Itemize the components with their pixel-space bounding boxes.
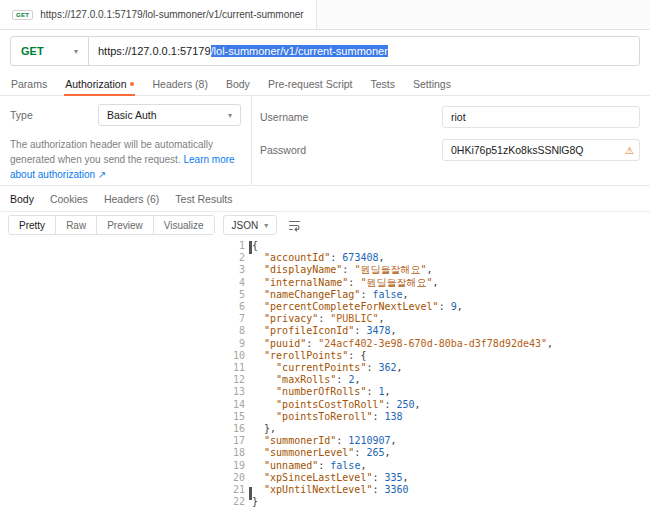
auth-credentials-column: Username Password ⚠ xyxy=(252,96,650,185)
line-number: 9 xyxy=(0,338,252,350)
code-line: 3 "displayName": "원딜을잘해요", xyxy=(0,264,650,276)
code-line: 7 "privacy": "PUBLIC", xyxy=(0,313,650,325)
username-input[interactable] xyxy=(442,106,640,128)
tab-authorization[interactable]: Authorization xyxy=(56,72,143,95)
auth-configured-dot-icon xyxy=(130,82,134,86)
line-number: 3 xyxy=(0,264,252,276)
code-line: 17 "summonerId": 1210907, xyxy=(0,435,650,447)
gutter-marker-bottom xyxy=(249,487,252,500)
auth-type-column: Type Basic Auth ▾ The authorization head… xyxy=(0,96,252,185)
code-line: 20 "xpSinceLastLevel": 335, xyxy=(0,472,650,484)
response-tab-headers[interactable]: Headers (6) xyxy=(96,193,167,205)
code-line: 15 "pointsToReroll": 138 xyxy=(0,411,650,423)
tab-params[interactable]: Params xyxy=(2,72,56,95)
request-tabs: Params Authorization Headers (8) Body Pr… xyxy=(0,72,650,96)
code-line: 11 "currentPoints": 362, xyxy=(0,362,650,374)
code-line: 21 "xpUntilNextLevel": 3360 xyxy=(0,484,650,496)
password-input[interactable] xyxy=(442,139,640,161)
warning-icon: ⚠ xyxy=(625,145,634,156)
view-mode-visualize[interactable]: Visualize xyxy=(154,216,214,234)
request-builder: GET ▾ https://127.0.0.1:57179/lol-summon… xyxy=(0,30,650,72)
code-line: 12 "maxRolls": 2, xyxy=(0,374,650,386)
line-number: 6 xyxy=(0,301,252,313)
line-number: 14 xyxy=(0,399,252,411)
code-line: 16 }, xyxy=(0,423,650,435)
tab-label: Authorization xyxy=(65,78,126,90)
authorization-panel: Type Basic Auth ▾ The authorization head… xyxy=(0,96,650,186)
view-mode-raw[interactable]: Raw xyxy=(56,216,97,234)
code-line: 4 "internalName": "원딜을잘해요", xyxy=(0,277,650,289)
request-method-badge-icon: GET xyxy=(12,10,33,20)
code-line: 13 "numberOfRolls": 1, xyxy=(0,386,650,398)
response-toolbar: Pretty Raw Preview Visualize JSON ▾ xyxy=(0,212,650,238)
response-body-viewer[interactable]: 1{2 "accountId": 673408,3 "displayName":… xyxy=(0,238,650,508)
gutter-marker-top xyxy=(249,241,252,254)
code-line: 2 "accountId": 673408, xyxy=(0,252,650,264)
chevron-down-icon: ▾ xyxy=(264,221,268,230)
url-selected-text: /lol-summoner/v1/current-summoner xyxy=(211,45,388,57)
url-input[interactable]: https://127.0.0.1:57179/lol-summoner/v1/… xyxy=(89,37,639,65)
response-format-select[interactable]: JSON ▾ xyxy=(223,215,278,235)
tab-label: Settings xyxy=(413,78,451,90)
request-url-control: GET ▾ https://127.0.0.1:57179/lol-summon… xyxy=(10,36,640,66)
url-text: https://127.0.0.1:57179 xyxy=(98,45,211,57)
response-format-value: JSON xyxy=(232,220,259,231)
code-line: 19 "unnamed": false, xyxy=(0,460,650,472)
code-line: 22} xyxy=(0,496,650,508)
view-mode-preview[interactable]: Preview xyxy=(97,216,154,234)
code-line: 9 "puuid": "24acf402-3e98-670d-80ba-d3f7… xyxy=(0,338,650,350)
auth-help-text: The authorization header will be automat… xyxy=(10,137,241,182)
method-selector[interactable]: GET ▾ xyxy=(11,37,89,65)
response-tab-body[interactable]: Body xyxy=(2,193,42,205)
tab-headers[interactable]: Headers (8) xyxy=(143,72,216,95)
response-tab-test-results[interactable]: Test Results xyxy=(167,193,240,205)
tab-tests[interactable]: Tests xyxy=(362,72,405,95)
tab-label: Body xyxy=(226,78,250,90)
tab-settings[interactable]: Settings xyxy=(404,72,460,95)
tab-label: Pre-request Script xyxy=(268,78,353,90)
line-number: 15 xyxy=(0,411,252,423)
line-number: 21 xyxy=(0,484,252,496)
line-number: 12 xyxy=(0,374,252,386)
line-number: 4 xyxy=(0,277,252,289)
response-body-code: 1{2 "accountId": 673408,3 "displayName":… xyxy=(0,240,650,508)
view-mode-pretty[interactable]: Pretty xyxy=(9,216,56,234)
code-line: 6 "percentCompleteForNextLevel": 9, xyxy=(0,301,650,313)
line-number: 22 xyxy=(0,496,252,508)
code-line: 14 "pointsCostToRoll": 250, xyxy=(0,399,650,411)
line-number: 11 xyxy=(0,362,252,374)
response-tab-cookies[interactable]: Cookies xyxy=(42,193,96,205)
tab-label: Tests xyxy=(371,78,396,90)
wrap-text-icon[interactable] xyxy=(285,216,303,234)
line-number: 20 xyxy=(0,472,252,484)
tab-body[interactable]: Body xyxy=(217,72,259,95)
method-label: GET xyxy=(21,45,44,57)
auth-type-label: Type xyxy=(10,109,98,121)
request-tab-title: https://127.0.0.1:57179/lol-summoner/v1/… xyxy=(40,9,303,20)
line-number: 5 xyxy=(0,289,252,301)
line-number: 2 xyxy=(0,252,252,264)
line-number: 10 xyxy=(0,350,252,362)
code-line: 10 "rerollPoints": { xyxy=(0,350,650,362)
line-number: 17 xyxy=(0,435,252,447)
response-tabs: Body Cookies Headers (6) Test Results xyxy=(0,186,650,212)
tab-pre-request-script[interactable]: Pre-request Script xyxy=(259,72,362,95)
window-tab-bar: GET https://127.0.0.1:57179/lol-summoner… xyxy=(0,0,650,30)
view-mode-segmented-control: Pretty Raw Preview Visualize xyxy=(8,215,215,235)
request-tab[interactable]: GET https://127.0.0.1:57179/lol-summoner… xyxy=(0,0,317,29)
postman-app: GET https://127.0.0.1:57179/lol-summoner… xyxy=(0,0,650,508)
external-link-icon: ↗ xyxy=(98,169,106,180)
tab-label: Params xyxy=(11,78,47,90)
code-line: 8 "profileIconId": 3478, xyxy=(0,325,650,337)
tab-label: Headers (8) xyxy=(152,78,207,90)
line-number: 13 xyxy=(0,386,252,398)
auth-type-select[interactable]: Basic Auth ▾ xyxy=(98,104,241,126)
line-number: 8 xyxy=(0,325,252,337)
username-label: Username xyxy=(260,111,442,123)
code-line: 1{ xyxy=(0,240,650,252)
code-line: 5 "nameChangeFlag": false, xyxy=(0,289,650,301)
auth-type-value: Basic Auth xyxy=(107,109,157,121)
line-number: 7 xyxy=(0,313,252,325)
chevron-down-icon: ▾ xyxy=(228,111,232,120)
code-line: 18 "summonerLevel": 265, xyxy=(0,447,650,459)
